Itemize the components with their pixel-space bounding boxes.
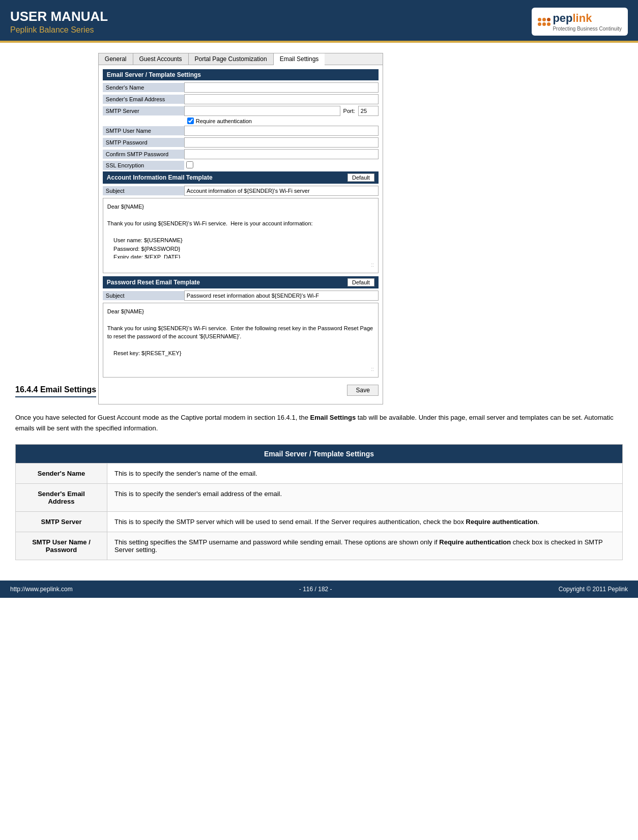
ssl-encryption-checkbox[interactable]: [186, 161, 193, 168]
senders-email-label: Sender's Email Address: [103, 95, 184, 104]
footer-url: http://www.peplink.com: [10, 586, 73, 593]
account-template-section-bar: Account Information Email Template Defau…: [103, 171, 379, 184]
smtp-username-input[interactable]: [184, 126, 379, 136]
account-template-body-area: Dear ${NAME} Thank you for using ${SENDE…: [103, 198, 379, 273]
senders-name-label: Sender's Name: [103, 83, 184, 92]
header-titles: USER MANUAL Peplink Balance Series: [10, 9, 108, 35]
smtp-server-label: SMTP Server: [103, 106, 184, 115]
require-auth-label: Require authentication: [196, 118, 252, 124]
form-area: Email Server / Template Settings Sender'…: [99, 65, 383, 404]
footer-copyright: Copyright © 2011 Peplink: [559, 586, 628, 593]
desc-text1: Once you have selected for Guest Account…: [15, 414, 310, 421]
confirm-smtp-password-label: Confirm SMTP Password: [103, 150, 184, 159]
description-text: Once you have selected for Guest Account…: [15, 413, 623, 434]
smtp-password-label: SMTP Password: [103, 138, 184, 147]
logo-text: peplink Protecting Business Continuity: [553, 12, 622, 32]
password-template-textarea[interactable]: Dear ${NAME} Thank you for using ${SENDE…: [107, 307, 374, 363]
tab-portal-page[interactable]: Portal Page Customization: [189, 53, 274, 65]
dot2: [542, 18, 546, 21]
ssl-checkbox-area: [184, 161, 379, 170]
account-resize-handle: ::: [107, 261, 374, 269]
table-cell-field: SMTP Server: [16, 511, 107, 532]
manual-title: USER MANUAL: [10, 9, 108, 24]
email-server-section-bar: Email Server / Template Settings: [103, 69, 379, 80]
dot5: [542, 22, 546, 26]
table-cell-desc: This is to specify the SMTP server which…: [107, 511, 623, 532]
require-auth-bold: Require authentication: [466, 518, 538, 526]
dot4: [538, 22, 541, 26]
main-content: 16.4.4 Email Settings General Guest Acco…: [0, 43, 638, 570]
page-header: USER MANUAL Peplink Balance Series pepli…: [0, 0, 638, 41]
table-row: SMTP User Name /Password This setting sp…: [16, 532, 623, 560]
dot3: [547, 18, 550, 21]
confirm-smtp-password-input[interactable]: [184, 149, 379, 159]
info-table: Email Server / Template Settings Sender'…: [15, 444, 623, 560]
require-auth-row: Require authentication: [103, 118, 379, 124]
account-template-title: Account Information Email Template: [107, 174, 213, 181]
account-template-default-button[interactable]: Default: [347, 173, 374, 182]
senders-email-row: Sender's Email Address: [103, 94, 379, 104]
account-subject-label: Subject: [103, 186, 184, 195]
dot1: [538, 18, 541, 21]
senders-email-input[interactable]: [184, 94, 379, 104]
confirm-smtp-password-row: Confirm SMTP Password: [103, 149, 379, 159]
port-input[interactable]: [358, 106, 379, 116]
logo-pep: pep: [553, 12, 572, 24]
smtp-password-input[interactable]: [184, 137, 379, 148]
page-footer: http://www.peplink.com - 116 / 182 - Cop…: [0, 581, 638, 598]
info-table-header: Email Server / Template Settings: [16, 444, 623, 463]
section-title: 16.4.4 Email Settings: [15, 385, 96, 397]
footer-page: - 116 / 182 -: [299, 586, 332, 593]
password-subject-label: Subject: [103, 291, 184, 300]
table-cell-field: SMTP User Name /Password: [16, 532, 107, 560]
logo-box: peplink Protecting Business Continuity: [532, 8, 628, 36]
tabs-container: General Guest Accounts Portal Page Custo…: [98, 53, 383, 404]
table-cell-desc: This is to specify the sender's email ad…: [107, 483, 623, 511]
logo-tagline: Protecting Business Continuity: [553, 26, 622, 32]
account-subject-row: Subject: [103, 186, 379, 196]
footer-url-link[interactable]: http://www.peplink.com: [10, 586, 73, 593]
account-subject-input[interactable]: [184, 186, 379, 196]
password-subject-row: Subject: [103, 291, 379, 301]
account-template-textarea[interactable]: Dear ${NAME} Thank you for using ${SENDE…: [107, 202, 374, 258]
logo-link: link: [573, 12, 592, 24]
smtp-username-row: SMTP User Name: [103, 126, 379, 136]
password-template-section-bar: Password Reset Email Template Default: [103, 276, 379, 288]
ssl-encryption-row: SSL Encryption: [103, 161, 379, 170]
table-cell-field: Sender's EmailAddress: [16, 483, 107, 511]
table-cell-field: Sender's Name: [16, 463, 107, 483]
tab-guest-accounts[interactable]: Guest Accounts: [133, 53, 189, 65]
save-button[interactable]: Save: [347, 385, 378, 396]
tabs-row: General Guest Accounts Portal Page Custo…: [99, 53, 383, 65]
smtp-server-input[interactable]: [184, 106, 340, 116]
table-row: Sender's Name This is to specify the sen…: [16, 463, 623, 483]
save-row: Save: [103, 381, 379, 400]
table-cell-desc: This setting specifies the SMTP username…: [107, 532, 623, 560]
port-label: Port:: [343, 108, 355, 114]
desc-bold1: Email Settings: [310, 414, 356, 421]
password-template-body-area: Dear ${NAME} Thank you for using ${SENDE…: [103, 303, 379, 378]
senders-name-input[interactable]: [184, 82, 379, 93]
smtp-username-label: SMTP User Name: [103, 126, 184, 135]
tab-email-settings[interactable]: Email Settings: [274, 53, 325, 65]
table-row: Sender's EmailAddress This is to specify…: [16, 483, 623, 511]
require-auth-bold2: Require authentication: [439, 538, 511, 546]
smtp-password-row: SMTP Password: [103, 137, 379, 148]
logo-dots: [538, 18, 550, 26]
senders-name-row: Sender's Name: [103, 82, 379, 93]
table-row: SMTP Server This is to specify the SMTP …: [16, 511, 623, 532]
logo-area: peplink Protecting Business Continuity: [532, 8, 628, 36]
table-cell-desc: This is to specify the sender's name of …: [107, 463, 623, 483]
tab-general[interactable]: General: [99, 53, 133, 65]
manual-subtitle: Peplink Balance Series: [10, 25, 108, 35]
password-template-default-button[interactable]: Default: [347, 278, 374, 286]
dot6: [547, 22, 550, 26]
password-resize-handle: ::: [107, 365, 374, 373]
password-template-title: Password Reset Email Template: [107, 279, 200, 286]
smtp-server-group: Port:: [184, 106, 379, 116]
ssl-encryption-label: SSL Encryption: [103, 161, 184, 170]
require-auth-checkbox[interactable]: [187, 118, 194, 124]
email-server-title: Email Server / Template Settings: [107, 71, 201, 78]
smtp-server-row: SMTP Server Port:: [103, 106, 379, 116]
password-subject-input[interactable]: [184, 291, 379, 301]
